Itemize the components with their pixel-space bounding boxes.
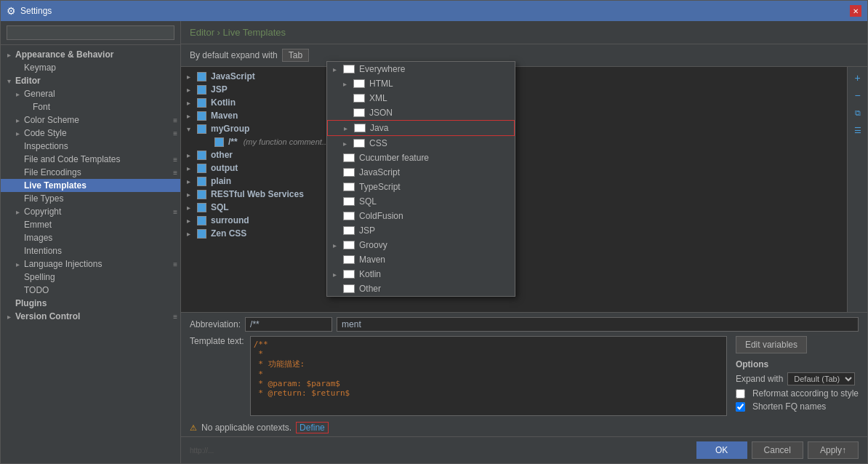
dropdown-item-maven2[interactable]: Maven: [327, 252, 515, 267]
dropdown-item-json[interactable]: JSON: [327, 105, 515, 120]
checkbox-icon[interactable]: [343, 270, 355, 279]
sidebar-item-general[interactable]: General: [1, 87, 180, 100]
reformat-checkbox[interactable]: [736, 389, 745, 399]
add-button[interactable]: +: [850, 70, 866, 86]
cancel-button[interactable]: Cancel: [752, 441, 803, 459]
template-text-label: Template text:: [190, 336, 244, 416]
checkbox-icon[interactable]: [197, 111, 206, 121]
checkbox-icon[interactable]: [197, 72, 206, 81]
arrow-icon: ▸: [333, 241, 343, 249]
checkbox-icon[interactable]: [354, 124, 366, 132]
checkbox-icon[interactable]: [343, 197, 355, 206]
sidebar-item-intentions[interactable]: Intentions: [1, 244, 180, 257]
checkbox-icon[interactable]: [353, 94, 365, 103]
sidebar-item-spelling[interactable]: Spelling: [1, 271, 180, 284]
checkbox-icon[interactable]: [197, 177, 206, 186]
template-textarea[interactable]: /** * * 功能描述: * * @param: $param$ * @ret…: [250, 336, 727, 416]
sidebar-item-file-encodings[interactable]: File Encodings ≡: [1, 166, 180, 179]
dropdown-label: TypeScript: [359, 182, 509, 192]
sidebar-item-file-types[interactable]: File Types: [1, 192, 180, 205]
checkbox-icon[interactable]: [197, 216, 206, 225]
sidebar-item-label: Font: [31, 102, 177, 112]
checkbox-icon[interactable]: [197, 124, 206, 134]
arrow-icon: ▸: [343, 80, 353, 88]
sidebar-item-inspections[interactable]: Inspections: [1, 140, 180, 153]
search-input[interactable]: [7, 25, 174, 40]
dropdown-label: Java: [370, 123, 508, 133]
sidebar-item-code-style[interactable]: Code Style ≡: [1, 127, 180, 140]
arrow-icon: [12, 90, 23, 98]
dropdown-item-typescript[interactable]: TypeScript: [327, 180, 515, 194]
checkbox-icon[interactable]: [197, 190, 206, 199]
arrow-icon: [12, 129, 23, 137]
define-link[interactable]: Define: [296, 422, 329, 433]
sidebar-item-editor[interactable]: Editor: [1, 74, 180, 87]
close-button[interactable]: ✕: [850, 5, 861, 17]
sidebar-item-emmet[interactable]: Emmet: [1, 218, 180, 231]
sidebar-item-language-injections[interactable]: Language Injections ≡: [1, 257, 180, 271]
checkbox-icon[interactable]: [214, 137, 224, 147]
sidebar-item-label: Plugins: [14, 298, 177, 308]
checkbox-icon[interactable]: [353, 139, 365, 148]
dropdown-item-other2[interactable]: Other: [327, 281, 515, 296]
dropdown-item-sql2[interactable]: SQL: [327, 194, 515, 209]
dropdown-item-coldfusion[interactable]: ColdFusion: [327, 209, 515, 223]
checkbox-icon[interactable]: [343, 255, 355, 264]
dropdown-item-everywhere[interactable]: ▸ Everywhere: [327, 62, 515, 76]
checkbox-icon[interactable]: [343, 153, 355, 162]
expand-arrow-icon: ▾: [187, 125, 197, 133]
sidebar-item-images[interactable]: Images: [1, 231, 180, 244]
sidebar-item-copyright[interactable]: Copyright ≡: [1, 205, 180, 218]
checkbox-icon[interactable]: [343, 226, 355, 235]
dropdown-item-java[interactable]: ▸ Java: [327, 120, 515, 136]
edit-variables-button[interactable]: Edit variables: [736, 336, 807, 353]
checkbox-icon[interactable]: [197, 151, 206, 160]
sidebar-item-font[interactable]: Font: [1, 100, 180, 113]
copy-button[interactable]: ⧉: [850, 105, 866, 121]
checkbox-icon[interactable]: [197, 203, 206, 212]
sidebar-item-keymap[interactable]: Keymap: [1, 61, 180, 74]
dropdown-item-groovy[interactable]: ▸ Groovy: [327, 238, 515, 252]
checkbox-icon[interactable]: [353, 79, 365, 88]
sidebar-item-file-code-templates[interactable]: File and Code Templates ≡: [1, 153, 180, 166]
sidebar-item-appearance[interactable]: Appearance & Behavior: [1, 48, 180, 61]
dropdown-item-jsp2[interactable]: JSP: [327, 223, 515, 238]
checkbox-icon[interactable]: [343, 212, 355, 220]
expand-with-select[interactable]: Default (Tab): [787, 372, 855, 385]
abbreviation-input[interactable]: [245, 317, 332, 332]
checkbox-icon[interactable]: [197, 85, 206, 95]
tab-key-button[interactable]: Tab: [282, 49, 309, 62]
sidebar-item-version-control[interactable]: Version Control ≡: [1, 310, 180, 323]
reformat-label: Reformat according to style: [752, 388, 859, 399]
checkbox-icon[interactable]: [353, 108, 365, 117]
sidebar-item-label: Color Scheme: [23, 115, 170, 125]
dropdown-item-xml[interactable]: XML: [327, 91, 515, 105]
sidebar-item-plugins[interactable]: Plugins: [1, 297, 180, 310]
extra-icon: ≡: [173, 313, 177, 321]
remove-button[interactable]: −: [850, 87, 866, 103]
dropdown-item-html[interactable]: ▸ HTML: [327, 76, 515, 91]
apply-button[interactable]: Apply↑: [808, 441, 859, 459]
sidebar-item-color-scheme[interactable]: Color Scheme ≡: [1, 113, 180, 127]
group-label: myGroup: [211, 124, 249, 134]
checkbox-icon[interactable]: [197, 164, 206, 173]
checkbox-icon[interactable]: [343, 168, 355, 177]
dropdown-item-cucumber[interactable]: Cucumber feature: [327, 151, 515, 165]
checkbox-icon[interactable]: [343, 241, 355, 249]
dropdown-item-css[interactable]: ▸ CSS: [327, 136, 515, 151]
checkbox-icon[interactable]: [343, 183, 355, 191]
sidebar-item-live-templates[interactable]: Live Templates: [1, 179, 180, 192]
ok-button[interactable]: OK: [696, 441, 747, 459]
checkbox-icon[interactable]: [197, 229, 206, 239]
move-button[interactable]: ☰: [850, 122, 866, 138]
dropdown-item-kotlin2[interactable]: ▸ Kotlin: [327, 267, 515, 281]
sidebar-item-todo[interactable]: TODO: [1, 284, 180, 297]
shorten-checkbox[interactable]: [736, 402, 745, 412]
sidebar-item-label: Live Templates: [23, 180, 177, 191]
dropdown-label: CSS: [369, 138, 509, 148]
checkbox-icon[interactable]: [343, 65, 355, 73]
checkbox-icon[interactable]: [197, 98, 206, 108]
description-input[interactable]: [337, 317, 859, 332]
dropdown-item-javascript2[interactable]: JavaScript: [327, 165, 515, 180]
checkbox-icon[interactable]: [343, 284, 355, 293]
